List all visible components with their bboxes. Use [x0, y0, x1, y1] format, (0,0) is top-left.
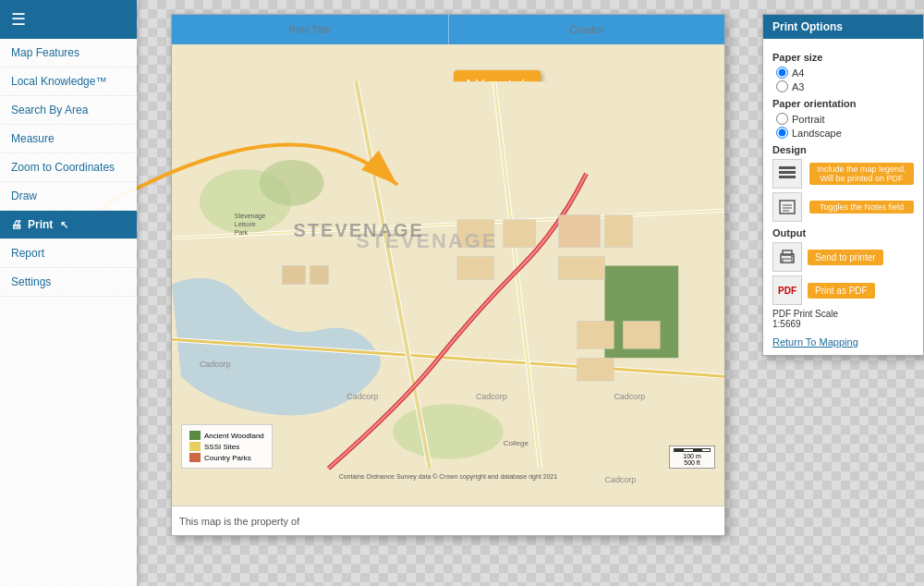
pdf-scale-value: 1:5669 [772, 319, 914, 329]
paper-size-label: Paper size [772, 52, 914, 63]
output-label: Output [772, 227, 914, 238]
sidebar-header: ☰ [0, 0, 137, 39]
notes-input[interactable] [299, 516, 717, 527]
notes-tooltip: Toggles the Notes field [809, 201, 914, 214]
svg-text:Cadcorp: Cadcorp [614, 392, 645, 401]
svg-rect-35 [779, 166, 796, 169]
sidebar-item-zoom-to-coordinates[interactable]: Zoom to Coordinates [0, 153, 137, 182]
svg-rect-36 [779, 171, 796, 174]
svg-rect-22 [578, 358, 614, 381]
paper-size-a4[interactable]: A4 [776, 67, 914, 79]
print-footer: This map is the property of [172, 506, 724, 535]
svg-rect-23 [283, 266, 306, 285]
svg-rect-44 [783, 259, 792, 262]
svg-rect-21 [623, 321, 660, 348]
map-city-label: STEVENAGE [294, 220, 424, 241]
orientation-portrait[interactable]: Portrait [776, 113, 914, 125]
sidebar-item-report[interactable]: Report [0, 239, 137, 268]
svg-rect-43 [783, 250, 792, 255]
print-as-pdf-button[interactable]: Print as PDF [808, 283, 875, 299]
sidebar-item-measure[interactable]: Measure [0, 125, 137, 153]
pdf-scale-label: PDF Print Scale [772, 309, 914, 319]
paper-orientation-label: Paper orientation [772, 98, 914, 109]
pdf-icon: PDF [772, 275, 802, 305]
svg-text:Park: Park [235, 229, 249, 236]
sidebar-item-print[interactable]: 🖨 Print ↖ [0, 211, 137, 239]
print-options-header: Print Options [763, 15, 923, 39]
svg-point-3 [260, 160, 324, 206]
svg-point-45 [791, 256, 793, 258]
legend-toggle-button[interactable] [772, 159, 802, 189]
sidebar: ☰ Map Features Local Knowledge™ Search B… [0, 0, 137, 586]
scale-bar: 100 m 500 ft [669, 446, 715, 469]
map-legend: Ancient Woodland SSSI Sites Country Park… [181, 424, 273, 469]
design-label: Design [772, 144, 914, 155]
svg-text:Cadcorp: Cadcorp [200, 360, 231, 369]
svg-rect-19 [559, 257, 605, 280]
svg-point-5 [393, 404, 504, 459]
print-creator-input[interactable] [449, 22, 725, 37]
svg-text:Cadcorp: Cadcorp [476, 392, 507, 401]
sidebar-item-search-by-area[interactable]: Search By Area [0, 96, 137, 125]
svg-text:Cadcorp: Cadcorp [346, 392, 378, 401]
orientation-landscape[interactable]: Landscape [776, 127, 914, 139]
paper-size-a3[interactable]: A3 [776, 80, 914, 92]
map-area: STEVENAGE Cadcorp Cadcorp Cadcorp Cadcor… [172, 44, 724, 506]
map-copyright: Contains Ordnance Survey data © Crown co… [172, 473, 724, 480]
sidebar-item-draw[interactable]: Draw [0, 182, 137, 211]
sidebar-item-local-knowledge[interactable]: Local Knowledge™ [0, 67, 137, 96]
printer-icon-button[interactable] [772, 242, 802, 272]
print-panel-header [172, 15, 724, 44]
svg-text:Stevenage: Stevenage [235, 213, 265, 220]
return-to-mapping-link[interactable]: Return To Mapping [772, 336, 914, 348]
print-panel: STEVENAGE Cadcorp Cadcorp Cadcorp Cadcor… [171, 14, 725, 536]
svg-rect-20 [578, 321, 614, 348]
sidebar-item-map-features[interactable]: Map Features [0, 39, 137, 67]
hamburger-icon[interactable]: ☰ [11, 9, 26, 30]
svg-rect-16 [559, 215, 601, 248]
notes-toggle-button[interactable] [772, 192, 802, 222]
svg-text:Leisure: Leisure [235, 221, 256, 227]
svg-text:College: College [504, 439, 529, 447]
print-options-panel: Print Options Paper size A4 A3 Paper ori… [762, 14, 924, 356]
print-title-input[interactable] [172, 22, 448, 37]
legend-tooltip: Include the map legend. Will be printed … [809, 163, 914, 185]
sidebar-item-settings[interactable]: Settings [0, 268, 137, 297]
svg-rect-17 [604, 215, 632, 248]
svg-rect-24 [310, 266, 329, 285]
svg-rect-37 [779, 176, 796, 178]
svg-rect-38 [780, 201, 795, 214]
svg-rect-15 [504, 220, 536, 248]
send-to-printer-button[interactable]: Send to printer [808, 250, 883, 265]
svg-rect-18 [457, 257, 494, 280]
